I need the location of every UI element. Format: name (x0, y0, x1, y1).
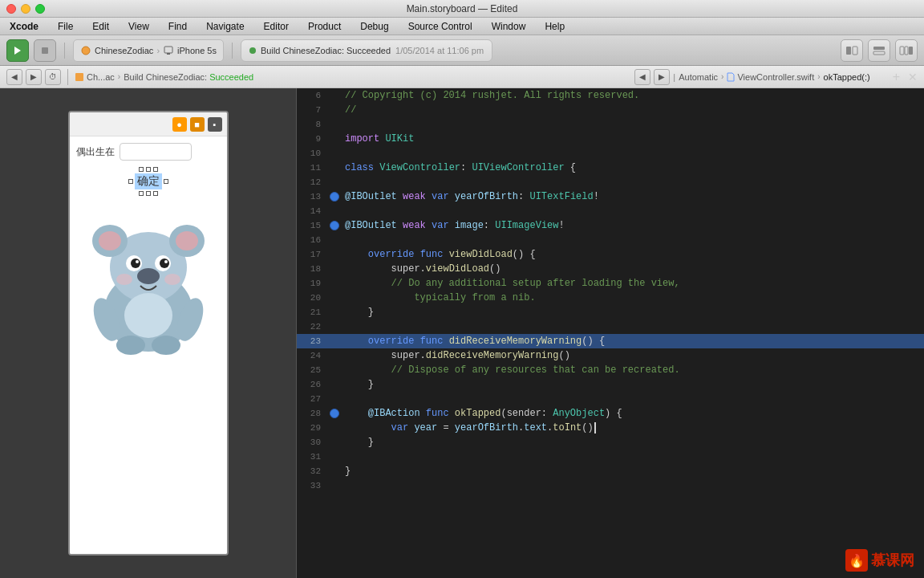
breakpoint-13[interactable] (330, 192, 339, 201)
year-input[interactable] (120, 143, 192, 161)
breadcrumb-build[interactable]: Build ChineseZodiac: Succeeded (124, 72, 253, 82)
svg-rect-8 (873, 51, 885, 55)
forward-button[interactable]: ▶ (26, 69, 42, 85)
menu-find[interactable]: Find (165, 21, 190, 32)
code-line-33: 33 (297, 478, 924, 493)
code-line-8: 8 (297, 117, 924, 132)
code-line-32: 32 } (297, 464, 924, 478)
nav-prev[interactable]: ◀ (634, 69, 650, 85)
maximize-button[interactable] (35, 4, 45, 14)
svg-rect-12 (75, 73, 83, 81)
code-line-26: 26 } (297, 377, 924, 392)
recent-button[interactable]: ⏱ (45, 69, 61, 85)
menu-edit[interactable]: Edit (89, 21, 112, 32)
svg-point-32 (124, 293, 172, 338)
breadcrumb-method[interactable]: okTapped(:) (824, 72, 870, 82)
minimize-button[interactable] (21, 4, 30, 14)
build-status: Build ChineseZodiac: Succeeded 1/05/2014… (241, 39, 492, 62)
code-line-20: 20 typically from a nib. (297, 291, 924, 305)
svg-point-19 (137, 268, 160, 284)
build-time: 1/05/2014 at 11:06 pm (395, 46, 484, 55)
code-line-10: 10 (297, 146, 924, 161)
device-icon-2[interactable]: ■ (190, 117, 205, 132)
svg-rect-5 (846, 47, 851, 55)
svg-rect-11 (909, 47, 913, 55)
device-content: 偶出生在 确定 (70, 136, 227, 554)
code-line-9: 9 import UIKit (297, 132, 924, 146)
editor-add-button[interactable]: + (893, 70, 900, 84)
svg-point-23 (160, 258, 169, 268)
device-icon-1[interactable]: ● (172, 117, 187, 132)
editor-close-button[interactable]: ✕ (908, 71, 918, 83)
code-line-28: 28 @IBAction func okTapped(sender: AnyOb… (297, 406, 924, 421)
svg-point-17 (99, 231, 121, 250)
toolbar: ChineseZodiac › iPhone 5s Build ChineseZ… (0, 35, 924, 66)
handle-row-top (139, 167, 158, 172)
menu-xcode[interactable]: Xcode (6, 21, 42, 32)
code-line-14: 14 (297, 204, 924, 218)
svg-point-25 (164, 260, 168, 263)
code-line-29: 29 var year = yearOfBirth.text.toInt() (297, 421, 924, 435)
chinese-label: 偶出生在 (76, 145, 115, 159)
code-editor: 6 // Copyright (c) 2014 rushjet. All rig… (297, 88, 924, 578)
code-line-12: 12 (297, 175, 924, 189)
device-name[interactable]: iPhone 5s (177, 46, 217, 55)
code-lines[interactable]: 6 // Copyright (c) 2014 rushjet. All rig… (297, 88, 924, 578)
svg-rect-3 (164, 47, 172, 53)
menu-view[interactable]: View (125, 21, 152, 32)
svg-point-18 (176, 231, 198, 250)
watermark-text: 慕课网 (871, 551, 914, 570)
menu-debug[interactable]: Debug (357, 21, 391, 32)
code-line-17: 17 override func viewDidLoad() { (297, 247, 924, 262)
view-button-2[interactable] (868, 39, 890, 62)
menu-source-control[interactable]: Source Control (405, 21, 476, 32)
code-line-31: 31 (297, 450, 924, 464)
svg-point-30 (116, 336, 145, 355)
menu-window[interactable]: Window (488, 21, 529, 32)
koala-image (84, 199, 213, 360)
device-icon-3[interactable]: ▪ (208, 117, 222, 132)
svg-point-27 (164, 274, 180, 285)
nav-next[interactable]: ▶ (654, 69, 670, 85)
svg-rect-6 (853, 47, 857, 55)
simulator-panel: → ● ■ ▪ 偶出生在 (0, 88, 297, 578)
code-line-24: 24 super.didReceiveMemoryWarning() (297, 348, 924, 363)
build-status-dot (249, 47, 256, 54)
code-line-22: 22 (297, 320, 924, 334)
menu-product[interactable]: Product (305, 21, 344, 32)
project-name[interactable]: ChineseZodiac (95, 46, 153, 55)
close-button[interactable] (6, 4, 16, 14)
simulator-device: ● ■ ▪ 偶出生在 (68, 111, 229, 556)
breakpoint-15[interactable] (330, 221, 339, 230)
code-line-27: 27 (297, 392, 924, 406)
menu-navigate[interactable]: Navigate (203, 21, 247, 32)
view-button[interactable] (841, 39, 863, 62)
view-button-3[interactable] (895, 39, 918, 62)
toolbar-separator-1 (64, 43, 65, 59)
menu-editor[interactable]: Editor (261, 21, 292, 32)
code-line-18: 18 super.viewDidLoad() (297, 262, 924, 276)
build-status-text: Build ChineseZodiac: Succeeded (261, 46, 391, 55)
code-line-15: 15 @IBOutlet weak var image: UIImageView… (297, 218, 924, 233)
code-line-25: 25 // Dispose of any resources that can … (297, 363, 924, 377)
code-line-16: 16 (297, 233, 924, 247)
breadcrumb-project[interactable]: Ch...ac (75, 72, 115, 82)
svg-point-2 (82, 47, 90, 55)
menu-file[interactable]: File (55, 21, 76, 32)
watermark: 🔥 慕课网 (845, 549, 914, 572)
breadcrumb-separator-0 (67, 69, 68, 85)
menu-help[interactable]: Help (541, 21, 568, 32)
breadcrumb-file[interactable]: ViewController.swift (727, 72, 814, 82)
breakpoint-28[interactable] (330, 409, 339, 418)
svg-rect-10 (905, 47, 908, 55)
title-bar: Main.storyboard — Edited (0, 0, 924, 18)
code-line-19: 19 // Do any additional setup after load… (297, 276, 924, 291)
run-button[interactable] (6, 39, 29, 62)
back-button[interactable]: ◀ (6, 69, 22, 85)
stop-button[interactable] (34, 39, 56, 62)
window-title: Main.storyboard — Edited (407, 3, 518, 14)
svg-point-26 (116, 274, 132, 285)
svg-rect-1 (42, 47, 48, 54)
breadcrumb-automatic[interactable]: Automatic (679, 72, 718, 82)
chinese-selection[interactable]: 确定 (135, 173, 162, 189)
